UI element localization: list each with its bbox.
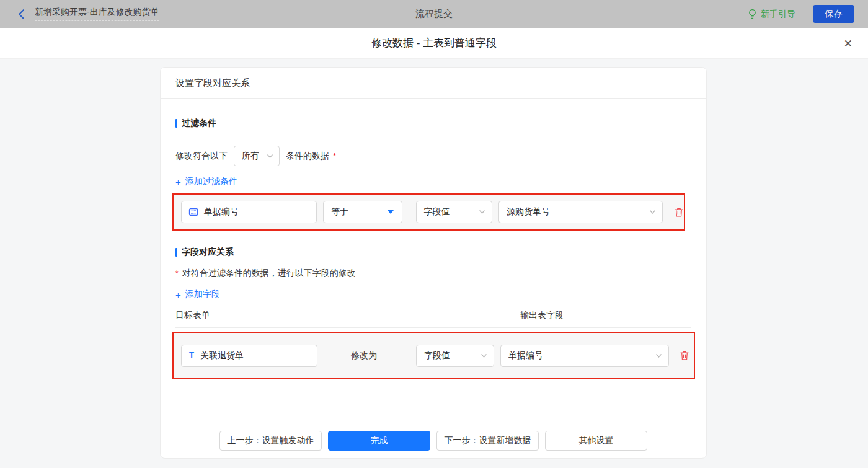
caret-down-icon	[388, 210, 394, 214]
panel-body: 过滤条件 修改符合以下 所有 条件的数据 * + 添加过滤条件	[161, 99, 706, 423]
mapping-value-type-select[interactable]: 字段值	[416, 345, 494, 367]
chevron-left-icon	[17, 9, 25, 20]
guide-label: 新手引导	[761, 9, 795, 20]
condition-suffix: 条件的数据	[286, 151, 329, 162]
topbar: 新增采购开票-出库及修改购货单 流程提交 新手引导 保存	[0, 0, 868, 28]
output-field-column-header: 输出表字段	[520, 310, 564, 321]
delete-mapping-row-button[interactable]	[680, 350, 689, 361]
add-field-link[interactable]: + 添加字段	[175, 289, 220, 300]
plus-icon: +	[175, 290, 181, 299]
operator-caret-box[interactable]	[379, 201, 402, 223]
next-step-button[interactable]: 下一步：设置新增数据	[436, 431, 539, 451]
other-settings-button[interactable]: 其他设置	[545, 431, 647, 451]
filter-field-input[interactable]: 单据编号	[181, 201, 317, 223]
modal-content: 设置字段对应关系 过滤条件 修改符合以下 所有 条件的数据 * +	[0, 59, 868, 468]
mapping-value-select[interactable]: 单据编号	[500, 345, 669, 367]
filter-value-type-select[interactable]: 字段值	[416, 201, 493, 223]
trash-icon	[674, 207, 684, 218]
done-button[interactable]: 完成	[328, 431, 430, 451]
back-button[interactable]	[17, 9, 25, 20]
mapping-description-line: * 对符合过滤条件的数据，进行以下字段的修改	[175, 268, 691, 279]
chevron-down-icon	[267, 154, 273, 159]
save-button[interactable]: 保存	[813, 5, 854, 23]
delete-filter-row-button[interactable]	[674, 207, 684, 218]
add-filter-condition-link[interactable]: + 添加过滤条件	[175, 176, 237, 187]
chevron-down-icon	[649, 210, 656, 214]
mapping-section-label: 字段对应关系	[182, 247, 234, 258]
condition-line: 修改符合以下 所有 条件的数据 *	[175, 146, 691, 166]
swap-field-icon	[188, 207, 198, 217]
condition-prefix: 修改符合以下	[175, 151, 228, 162]
chevron-down-icon	[479, 210, 485, 214]
filter-value: 源购货单号	[507, 206, 550, 218]
topbar-right: 新手引导 保存	[748, 5, 854, 23]
beginner-guide-link[interactable]: 新手引导	[748, 9, 795, 20]
condition-match-value: 所有	[242, 151, 259, 162]
trash-icon	[680, 350, 689, 361]
required-asterisk: *	[175, 269, 179, 278]
section-marker	[175, 248, 177, 257]
lightbulb-icon	[748, 9, 757, 19]
text-field-icon: T	[188, 351, 195, 360]
field-mapping-row: T 关联退货单 修改为 字段值 单据编号	[172, 332, 695, 379]
filter-section-title: 过滤条件	[175, 118, 691, 129]
mapping-section-title: 字段对应关系	[175, 247, 691, 258]
filter-value-type: 字段值	[424, 206, 450, 218]
close-icon[interactable]: ✕	[844, 38, 852, 48]
modify-to-label: 修改为	[351, 350, 377, 361]
panel-footer: 上一步：设置触发动作 完成 下一步：设置新增数据 其他设置	[161, 423, 706, 458]
modal-title: 修改数据 - 主表到普通字段	[371, 36, 497, 50]
filter-section-label: 过滤条件	[182, 118, 216, 129]
filter-value-select[interactable]: 源购货单号	[498, 201, 663, 223]
mapping-field-input[interactable]: T 关联退货单	[181, 345, 317, 367]
plus-icon: +	[175, 177, 181, 187]
add-field-label: 添加字段	[185, 289, 220, 300]
panel-header: 设置字段对应关系	[161, 68, 706, 99]
topbar-left: 新增采购开票-出库及修改购货单	[17, 7, 159, 21]
prev-step-button[interactable]: 上一步：设置触发动作	[219, 431, 322, 451]
filter-operator-select[interactable]: 等于	[323, 201, 402, 223]
section-marker	[175, 119, 177, 128]
filter-condition-row: 单据编号 等于 字段值 源购货单号	[172, 193, 685, 231]
chevron-down-icon	[480, 353, 487, 358]
mapping-value-type: 字段值	[424, 350, 450, 361]
add-filter-condition-label: 添加过滤条件	[185, 176, 237, 187]
settings-panel: 设置字段对应关系 过滤条件 修改符合以下 所有 条件的数据 * +	[160, 67, 707, 459]
workflow-title[interactable]: 新增采购开票-出库及修改购货单	[35, 7, 159, 21]
required-asterisk: *	[333, 151, 336, 161]
filter-operator-value: 等于	[324, 206, 348, 218]
filter-field-value: 单据编号	[204, 206, 239, 218]
chevron-down-icon	[655, 353, 662, 358]
modal-header: 修改数据 - 主表到普通字段 ✕	[0, 28, 868, 59]
mapping-column-headers: 目标表单 输出表字段	[175, 310, 691, 328]
mapping-value: 单据编号	[508, 350, 543, 361]
mapping-description: 对符合过滤条件的数据，进行以下字段的修改	[182, 268, 356, 279]
target-form-column-header: 目标表单	[175, 310, 520, 321]
condition-match-select[interactable]: 所有	[234, 146, 280, 166]
mapping-field-value: 关联退货单	[200, 350, 244, 361]
